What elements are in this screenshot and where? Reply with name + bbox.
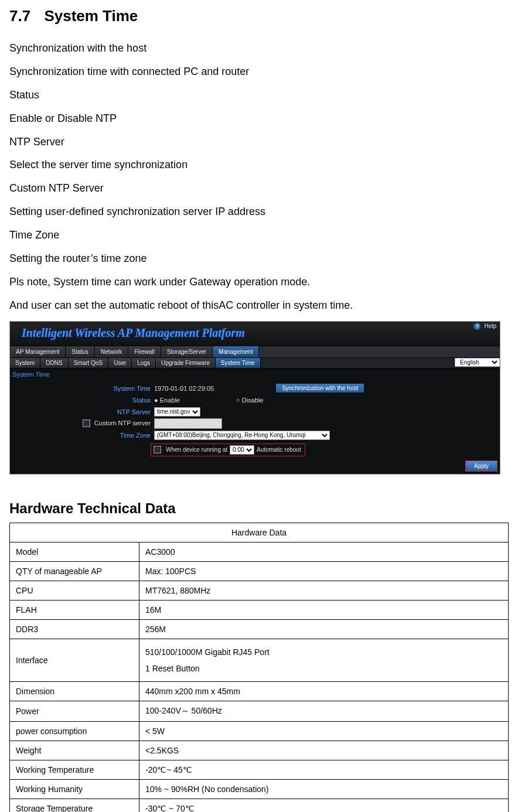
hw-value: -20℃~ 45℃ bbox=[139, 760, 509, 779]
description-block: Synchronization with the host Synchroniz… bbox=[9, 40, 509, 314]
ntp-server-label: NTP Server bbox=[16, 408, 154, 415]
tab-management[interactable]: Management bbox=[213, 346, 259, 357]
subtab-logs[interactable]: Logs bbox=[132, 358, 156, 368]
tab-network[interactable]: Network bbox=[95, 346, 129, 357]
hw-value: <2.5KGS bbox=[139, 741, 509, 760]
hw-key: Model bbox=[10, 542, 139, 561]
custom-ntp-checkbox[interactable] bbox=[83, 419, 90, 427]
sub-tabs: System DDNS Smart QoS User Logs Upgrade … bbox=[10, 358, 500, 369]
table-row: DDR3256M bbox=[10, 619, 509, 639]
hw-value: Max: 100PCS bbox=[139, 561, 509, 581]
para: Select the server time synchronization bbox=[9, 157, 509, 173]
hw-key: Storage Temperature bbox=[10, 799, 139, 812]
system-time-label: System Time bbox=[16, 385, 154, 392]
hw-value: AC3000 bbox=[139, 542, 509, 561]
table-row: Power100-240V～ 50/60Hz bbox=[10, 701, 509, 721]
para: Status bbox=[9, 87, 509, 104]
hardware-table-header: Hardware Data bbox=[10, 523, 509, 542]
table-row: CPUMT7621, 880MHz bbox=[10, 581, 509, 600]
para: Custom NTP Server bbox=[9, 180, 509, 197]
hw-key: Working Humanity bbox=[10, 779, 139, 799]
auto-reboot-time-select[interactable]: 0:00 bbox=[230, 445, 254, 455]
timezone-label: Time Zone bbox=[16, 432, 154, 439]
auto-reboot-suffix: Automatic reboot bbox=[257, 446, 301, 453]
banner-title: Intelligent Wireless AP Management Platf… bbox=[22, 326, 245, 339]
hw-key: Interface bbox=[10, 639, 139, 681]
hw-value: 16M bbox=[139, 600, 509, 619]
hw-key: power consumption bbox=[10, 721, 139, 741]
custom-ntp-label: Custom NTP server bbox=[94, 419, 151, 427]
table-row: ModelAC3000 bbox=[10, 542, 509, 561]
tab-storage-server[interactable]: Storage/Server bbox=[161, 346, 213, 357]
tab-firewall[interactable]: Firewall bbox=[128, 346, 161, 357]
para: Synchronization time with connected PC a… bbox=[9, 64, 509, 80]
ntp-server-select[interactable]: time.nist.gov bbox=[154, 407, 200, 417]
subtab-ddns[interactable]: DDNS bbox=[40, 358, 68, 368]
section-number: 7.7 bbox=[9, 7, 30, 25]
hw-value: 510/100/1000M Gigabit RJ45 Port1 Reset B… bbox=[139, 639, 509, 681]
hw-key: Power bbox=[10, 701, 139, 721]
para: Time Zone bbox=[9, 227, 509, 244]
para: Setting the router’s time zone bbox=[9, 251, 509, 267]
help-link[interactable]: ? Help bbox=[473, 323, 496, 330]
hw-key: QTY of manageable AP bbox=[10, 561, 139, 581]
custom-ntp-row: Custom NTP server bbox=[16, 419, 154, 428]
hw-key: Working Temperature bbox=[10, 760, 139, 779]
subtab-user[interactable]: User bbox=[108, 358, 132, 368]
status-disable-radio[interactable]: ○ Disable bbox=[236, 397, 263, 404]
system-time-value: 1970-01-01 02:29:05 bbox=[154, 385, 214, 392]
main-tabs: AP Management Status Network Firewall St… bbox=[10, 346, 500, 358]
tab-status[interactable]: Status bbox=[66, 346, 94, 357]
hw-value: < 5W bbox=[139, 721, 509, 741]
hw-key: DDR3 bbox=[10, 619, 139, 639]
hw-value: 440mm x200 mm x 45mm bbox=[139, 681, 509, 701]
para: NTP Server bbox=[9, 134, 509, 151]
para: And user can set the automatic reboot of… bbox=[9, 298, 509, 314]
hw-value: 100-240V～ 50/60Hz bbox=[139, 701, 509, 721]
para: Enable or Disable NTP bbox=[9, 111, 509, 127]
panel-header: System Time bbox=[10, 369, 500, 378]
status-enable-radio[interactable]: ● Enable bbox=[154, 397, 180, 404]
table-row: Weight<2.5KGS bbox=[10, 741, 509, 760]
subtab-system-time[interactable]: System Time bbox=[216, 358, 261, 368]
help-label: Help bbox=[484, 323, 496, 329]
hardware-heading: Hardware Technical Data bbox=[9, 500, 509, 517]
auto-reboot-row: When device running at 0:00 Automatic re… bbox=[151, 443, 305, 456]
table-row: Storage Temperature-30℃ ~ 70℃ bbox=[10, 799, 509, 812]
language-select[interactable]: English bbox=[455, 358, 500, 367]
auto-reboot-prefix: When device running at bbox=[166, 446, 227, 453]
table-row: power consumption< 5W bbox=[10, 721, 509, 741]
router-ui-screenshot: Intelligent Wireless AP Management Platf… bbox=[9, 321, 500, 475]
table-row: QTY of manageable APMax: 100PCS bbox=[10, 561, 509, 581]
hw-value: MT7621, 880MHz bbox=[139, 581, 509, 600]
help-icon: ? bbox=[473, 323, 480, 330]
subtab-system[interactable]: System bbox=[10, 358, 40, 368]
banner: Intelligent Wireless AP Management Platf… bbox=[10, 322, 500, 346]
para: Setting user-defined synchronization ser… bbox=[9, 204, 509, 220]
section-heading: 7.7 System Time bbox=[9, 7, 509, 25]
table-row: Working Temperature-20℃~ 45℃ bbox=[10, 760, 509, 779]
apply-button[interactable]: Apply bbox=[465, 460, 497, 472]
subtab-upgrade-firmware[interactable]: Upgrade Firmware bbox=[156, 358, 216, 368]
table-row: Dimension440mm x200 mm x 45mm bbox=[10, 681, 509, 701]
sync-host-button[interactable]: Synchronization with the host bbox=[276, 384, 364, 393]
hardware-table: Hardware Data ModelAC3000QTY of manageab… bbox=[9, 523, 509, 812]
section-title: System Time bbox=[44, 7, 138, 25]
status-label: Status bbox=[16, 397, 154, 404]
table-row: Working Humanity10% ~ 90%RH (No condensa… bbox=[10, 779, 509, 799]
table-row: FLAH16M bbox=[10, 600, 509, 619]
tab-ap-management[interactable]: AP Management bbox=[10, 346, 66, 357]
hw-value: 256M bbox=[139, 619, 509, 639]
timezone-select[interactable]: (GMT+08:00)Beijing, Chongqing, Re-Hong K… bbox=[154, 431, 330, 440]
para: Synchronization with the host bbox=[9, 40, 509, 57]
subtab-smart-qos[interactable]: Smart QoS bbox=[69, 358, 108, 368]
hw-key: CPU bbox=[10, 581, 139, 600]
table-row: Interface510/100/1000M Gigabit RJ45 Port… bbox=[10, 639, 509, 681]
form-area: System Time 1970-01-01 02:29:05 Synchron… bbox=[10, 378, 500, 459]
custom-ntp-input[interactable] bbox=[154, 418, 222, 429]
hw-key: FLAH bbox=[10, 600, 139, 619]
hw-value: 10% ~ 90%RH (No condensation) bbox=[139, 779, 509, 799]
para: Pls note, System time can work under Gat… bbox=[9, 274, 509, 291]
auto-reboot-checkbox[interactable] bbox=[154, 446, 161, 453]
hw-key: Dimension bbox=[10, 681, 139, 701]
